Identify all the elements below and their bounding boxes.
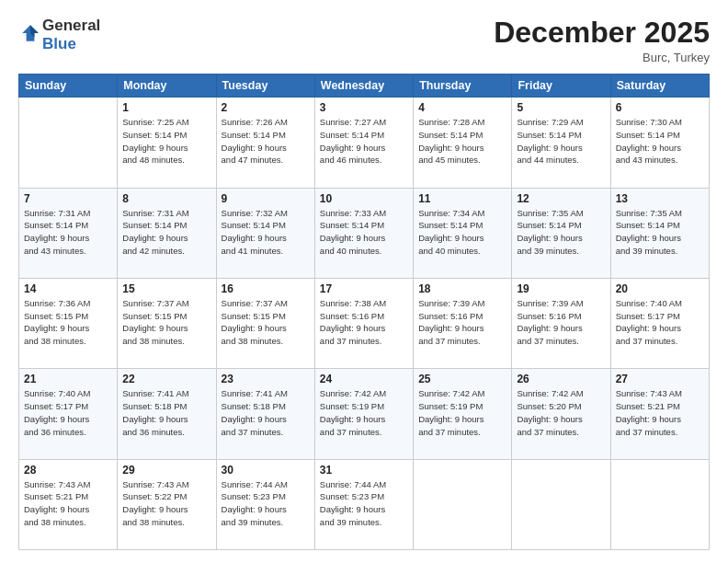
day-number: 20 — [616, 282, 704, 295]
day-number: 23 — [222, 373, 310, 385]
calendar-cell: 1Sunrise: 7:25 AM Sunset: 5:14 PM Daylig… — [118, 98, 216, 188]
day-number: 26 — [517, 373, 605, 385]
day-info: Sunrise: 7:43 AM Sunset: 5:21 PM Dayligh… — [24, 478, 112, 529]
day-number: 14 — [24, 282, 112, 295]
day-number: 29 — [122, 464, 210, 477]
day-number: 1 — [122, 101, 210, 114]
col-friday: Friday — [512, 75, 610, 98]
calendar-cell: 30Sunrise: 7:44 AM Sunset: 5:23 PM Dayli… — [216, 459, 314, 549]
day-info: Sunrise: 7:34 AM Sunset: 5:14 PM Dayligh… — [418, 207, 506, 258]
calendar-cell — [19, 98, 118, 188]
day-info: Sunrise: 7:31 AM Sunset: 5:14 PM Dayligh… — [24, 207, 112, 258]
day-number: 25 — [418, 373, 506, 385]
day-info: Sunrise: 7:41 AM Sunset: 5:18 PM Dayligh… — [122, 387, 210, 438]
day-number: 11 — [418, 192, 506, 205]
day-info: Sunrise: 7:33 AM Sunset: 5:14 PM Dayligh… — [320, 207, 408, 258]
week-row-2: 7Sunrise: 7:31 AM Sunset: 5:14 PM Daylig… — [19, 188, 710, 278]
calendar-cell: 2Sunrise: 7:26 AM Sunset: 5:14 PM Daylig… — [216, 98, 314, 188]
day-number: 16 — [222, 282, 310, 295]
calendar-cell: 22Sunrise: 7:41 AM Sunset: 5:18 PM Dayli… — [118, 369, 216, 459]
day-number: 27 — [616, 373, 704, 385]
day-info: Sunrise: 7:43 AM Sunset: 5:21 PM Dayligh… — [616, 387, 704, 438]
day-info: Sunrise: 7:40 AM Sunset: 5:17 PM Dayligh… — [24, 387, 112, 438]
calendar-cell — [610, 459, 709, 549]
day-info: Sunrise: 7:36 AM Sunset: 5:15 PM Dayligh… — [24, 297, 112, 348]
week-row-4: 21Sunrise: 7:40 AM Sunset: 5:17 PM Dayli… — [19, 369, 710, 459]
calendar-cell: 9Sunrise: 7:32 AM Sunset: 5:14 PM Daylig… — [216, 188, 314, 278]
day-info: Sunrise: 7:39 AM Sunset: 5:16 PM Dayligh… — [418, 297, 506, 348]
month-title: December 2025 — [494, 17, 710, 49]
day-info: Sunrise: 7:40 AM Sunset: 5:17 PM Dayligh… — [616, 297, 704, 348]
day-info: Sunrise: 7:35 AM Sunset: 5:14 PM Dayligh… — [616, 207, 704, 258]
day-info: Sunrise: 7:44 AM Sunset: 5:23 PM Dayligh… — [222, 478, 310, 529]
calendar-cell: 13Sunrise: 7:35 AM Sunset: 5:14 PM Dayli… — [610, 188, 709, 278]
day-info: Sunrise: 7:37 AM Sunset: 5:15 PM Dayligh… — [222, 297, 310, 348]
day-info: Sunrise: 7:32 AM Sunset: 5:14 PM Dayligh… — [222, 207, 310, 258]
logo-blue: Blue — [42, 35, 76, 52]
calendar-cell: 19Sunrise: 7:39 AM Sunset: 5:16 PM Dayli… — [512, 278, 610, 368]
calendar-cell: 4Sunrise: 7:28 AM Sunset: 5:14 PM Daylig… — [414, 98, 512, 188]
day-info: Sunrise: 7:30 AM Sunset: 5:14 PM Dayligh… — [616, 116, 704, 167]
day-info: Sunrise: 7:42 AM Sunset: 5:19 PM Dayligh… — [418, 387, 506, 438]
day-info: Sunrise: 7:31 AM Sunset: 5:14 PM Dayligh… — [122, 207, 210, 258]
day-info: Sunrise: 7:35 AM Sunset: 5:14 PM Dayligh… — [517, 207, 605, 258]
calendar-cell: 3Sunrise: 7:27 AM Sunset: 5:14 PM Daylig… — [314, 98, 413, 188]
day-number: 13 — [616, 192, 704, 205]
calendar-cell: 14Sunrise: 7:36 AM Sunset: 5:15 PM Dayli… — [19, 278, 118, 368]
calendar-cell: 7Sunrise: 7:31 AM Sunset: 5:14 PM Daylig… — [19, 188, 118, 278]
col-saturday: Saturday — [610, 75, 709, 98]
logo-general: General — [42, 17, 100, 34]
calendar-cell: 26Sunrise: 7:42 AM Sunset: 5:20 PM Dayli… — [512, 369, 610, 459]
day-number: 30 — [222, 464, 310, 477]
logo: General Blue — [18, 17, 100, 54]
calendar-cell: 29Sunrise: 7:43 AM Sunset: 5:22 PM Dayli… — [118, 459, 216, 549]
col-sunday: Sunday — [19, 75, 118, 98]
day-number: 15 — [122, 282, 210, 295]
col-wednesday: Wednesday — [314, 75, 413, 98]
calendar-header-row: Sunday Monday Tuesday Wednesday Thursday… — [19, 75, 710, 98]
day-info: Sunrise: 7:41 AM Sunset: 5:18 PM Dayligh… — [222, 387, 310, 438]
day-info: Sunrise: 7:25 AM Sunset: 5:14 PM Dayligh… — [122, 116, 210, 167]
calendar-cell: 8Sunrise: 7:31 AM Sunset: 5:14 PM Daylig… — [118, 188, 216, 278]
calendar-cell: 21Sunrise: 7:40 AM Sunset: 5:17 PM Dayli… — [19, 369, 118, 459]
day-number: 19 — [517, 282, 605, 295]
calendar-cell: 5Sunrise: 7:29 AM Sunset: 5:14 PM Daylig… — [512, 98, 610, 188]
calendar-cell: 25Sunrise: 7:42 AM Sunset: 5:19 PM Dayli… — [414, 369, 512, 459]
day-info: Sunrise: 7:42 AM Sunset: 5:19 PM Dayligh… — [320, 387, 408, 438]
calendar-cell — [512, 459, 610, 549]
week-row-1: 1Sunrise: 7:25 AM Sunset: 5:14 PM Daylig… — [19, 98, 710, 188]
day-number: 4 — [418, 101, 506, 114]
calendar-cell: 31Sunrise: 7:44 AM Sunset: 5:23 PM Dayli… — [314, 459, 413, 549]
header: General Blue December 2025 Burc, Turkey — [18, 17, 710, 64]
day-number: 28 — [24, 464, 112, 477]
day-number: 3 — [320, 101, 408, 114]
day-info: Sunrise: 7:27 AM Sunset: 5:14 PM Dayligh… — [320, 116, 408, 167]
page: General Blue December 2025 Burc, Turkey … — [0, 0, 728, 563]
day-number: 21 — [24, 373, 112, 385]
day-info: Sunrise: 7:26 AM Sunset: 5:14 PM Dayligh… — [222, 116, 310, 167]
title-block: December 2025 Burc, Turkey — [494, 17, 710, 64]
calendar-cell: 16Sunrise: 7:37 AM Sunset: 5:15 PM Dayli… — [216, 278, 314, 368]
day-info: Sunrise: 7:37 AM Sunset: 5:15 PM Dayligh… — [122, 297, 210, 348]
day-number: 9 — [222, 192, 310, 205]
day-info: Sunrise: 7:43 AM Sunset: 5:22 PM Dayligh… — [122, 478, 210, 529]
day-number: 12 — [517, 192, 605, 205]
calendar-cell: 17Sunrise: 7:38 AM Sunset: 5:16 PM Dayli… — [314, 278, 413, 368]
logo-icon — [20, 23, 40, 43]
day-info: Sunrise: 7:44 AM Sunset: 5:23 PM Dayligh… — [320, 478, 408, 529]
day-number: 6 — [616, 101, 704, 114]
calendar-cell: 10Sunrise: 7:33 AM Sunset: 5:14 PM Dayli… — [314, 188, 413, 278]
calendar-cell: 28Sunrise: 7:43 AM Sunset: 5:21 PM Dayli… — [19, 459, 118, 549]
calendar-cell: 20Sunrise: 7:40 AM Sunset: 5:17 PM Dayli… — [610, 278, 709, 368]
day-info: Sunrise: 7:38 AM Sunset: 5:16 PM Dayligh… — [320, 297, 408, 348]
day-info: Sunrise: 7:39 AM Sunset: 5:16 PM Dayligh… — [517, 297, 605, 348]
day-number: 22 — [122, 373, 210, 385]
calendar-cell: 23Sunrise: 7:41 AM Sunset: 5:18 PM Dayli… — [216, 369, 314, 459]
calendar-cell: 15Sunrise: 7:37 AM Sunset: 5:15 PM Dayli… — [118, 278, 216, 368]
day-number: 5 — [517, 101, 605, 114]
day-number: 17 — [320, 282, 408, 295]
day-number: 2 — [222, 101, 310, 114]
day-number: 10 — [320, 192, 408, 205]
day-info: Sunrise: 7:42 AM Sunset: 5:20 PM Dayligh… — [517, 387, 605, 438]
calendar-cell: 6Sunrise: 7:30 AM Sunset: 5:14 PM Daylig… — [610, 98, 709, 188]
